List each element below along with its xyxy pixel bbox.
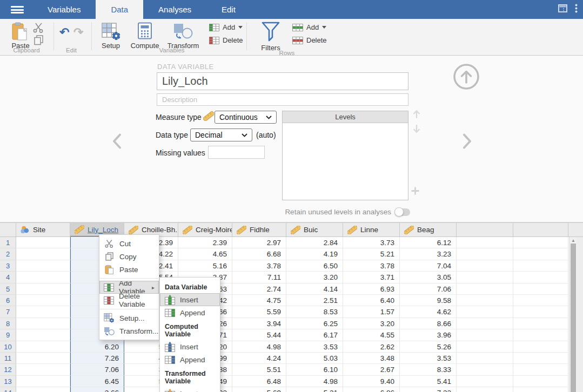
grid-cell[interactable]: 3.71 [343, 272, 400, 283]
row-number[interactable]: 2 [0, 248, 16, 260]
column-header-empty-8[interactable] [457, 223, 513, 236]
row-number[interactable]: 1 [0, 237, 16, 248]
grid-cell[interactable] [457, 295, 513, 306]
grid-cell[interactable] [513, 260, 568, 272]
grid-cell[interactable]: 6.68 [232, 248, 286, 260]
grid-cell[interactable]: 3.23 [400, 248, 457, 260]
column-header-Linne[interactable]: Linne [343, 223, 400, 236]
grid-cell[interactable]: 5.44 [232, 329, 286, 341]
grid-cell[interactable]: 7.06 [70, 364, 124, 375]
grid-cell[interactable]: 5.59 [232, 306, 286, 317]
grid-corner-cell[interactable] [0, 223, 16, 236]
grid-cell[interactable] [457, 376, 513, 387]
missing-values-input[interactable] [208, 146, 265, 159]
grid-cell[interactable] [457, 272, 513, 283]
grid-cell[interactable] [16, 237, 70, 248]
grid-cell[interactable]: 2.62 [343, 341, 400, 353]
row-number[interactable]: 10 [0, 341, 16, 353]
grid-cell[interactable]: 6.93 [343, 283, 400, 295]
grid-cell[interactable]: 6.48 [232, 376, 286, 387]
menu-item-cut[interactable]: Cut [99, 237, 159, 250]
menu-item-setup-[interactable]: Setup... [99, 312, 159, 325]
grid-cell[interactable]: 9.58 [400, 295, 457, 306]
column-header-Buic[interactable]: Buic [286, 223, 343, 236]
row-number[interactable]: 12 [0, 364, 16, 375]
grid-cell[interactable]: 5.69 [232, 387, 286, 392]
grid-cell[interactable] [457, 329, 513, 341]
row-number[interactable]: 8 [0, 318, 16, 329]
grid-cell[interactable] [513, 341, 568, 353]
add-row-button[interactable]: Add [292, 23, 326, 31]
grid-cell[interactable] [513, 364, 568, 375]
grid-cell[interactable]: 9.40 [343, 376, 400, 387]
grid-cell[interactable]: 2.97 [232, 237, 286, 248]
paste-button[interactable] [12, 22, 29, 43]
delete-variable-button[interactable]: Delete [209, 36, 243, 44]
scroll-up-icon[interactable]: ▲ [569, 238, 577, 243]
grid-cell[interactable]: 3.48 [343, 353, 400, 364]
grid-cell[interactable] [457, 364, 513, 375]
menu-item-delete-variable[interactable]: Delete Variable [99, 294, 159, 307]
row-number[interactable]: 5 [0, 283, 16, 295]
grid-cell[interactable] [16, 353, 70, 364]
grid-cell[interactable] [513, 248, 568, 260]
grid-cell[interactable]: 1.57 [343, 306, 400, 317]
add-level-icon[interactable] [411, 186, 420, 198]
tab-data[interactable]: Data [96, 0, 143, 19]
grid-cell[interactable]: 3.05 [400, 272, 457, 283]
grid-cell[interactable]: 7.26 [70, 353, 124, 364]
grid-cell[interactable] [513, 272, 568, 283]
move-level-up-icon[interactable] [412, 110, 421, 121]
grid-cell[interactable] [457, 283, 513, 295]
setup-button[interactable] [102, 23, 121, 43]
grid-cell[interactable] [457, 237, 513, 248]
grid-cell[interactable]: 8.66 [400, 318, 457, 329]
grid-cell[interactable]: 3.78 [343, 260, 400, 272]
grid-cell[interactable] [16, 283, 70, 295]
grid-cell[interactable]: 4.62 [400, 306, 457, 317]
grid-cell[interactable]: 6.12 [400, 237, 457, 248]
grid-cell[interactable]: 3.53 [400, 353, 457, 364]
row-number[interactable]: 6 [0, 295, 16, 306]
variable-name-input[interactable] [157, 72, 408, 90]
next-variable-icon[interactable] [463, 133, 472, 151]
grid-cell[interactable]: 4.24 [232, 353, 286, 364]
grid-cell[interactable]: 6.20 [70, 341, 124, 353]
grid-cell[interactable]: 6.25 [286, 318, 343, 329]
collapse-panel-icon[interactable] [452, 63, 480, 93]
grid-cell[interactable]: 3.20 [343, 318, 400, 329]
grid-cell[interactable] [16, 364, 70, 375]
grid-cell[interactable]: 7.06 [400, 283, 457, 295]
row-number[interactable]: 11 [0, 353, 16, 364]
grid-cell[interactable]: 6.50 [286, 260, 343, 272]
menu-item-transform-[interactable]: Transform... [99, 325, 159, 337]
redo-icon[interactable]: ↷ [73, 25, 83, 39]
variable-description-input[interactable] [157, 93, 408, 106]
grid-cell[interactable] [16, 341, 70, 353]
grid-cell[interactable]: 3.94 [232, 318, 286, 329]
column-header-Fidhle[interactable]: Fidhle [232, 223, 286, 236]
grid-cell[interactable]: 4.55 [343, 329, 400, 341]
grid-cell[interactable]: 2.74 [232, 283, 286, 295]
cut-icon[interactable] [33, 22, 45, 35]
layout-panes-icon[interactable] [558, 4, 567, 15]
grid-cell[interactable]: 2.51 [286, 295, 343, 306]
grid-cell[interactable]: 4.75 [232, 295, 286, 306]
row-number[interactable]: 9 [0, 329, 16, 341]
grid-cell[interactable]: 4.65 [178, 248, 232, 260]
grid-cell[interactable] [16, 387, 70, 392]
retain-levels-toggle[interactable] [396, 208, 410, 216]
grid-cell[interactable]: 6.86 [343, 387, 400, 392]
grid-cell[interactable] [457, 260, 513, 272]
grid-cell[interactable] [457, 387, 513, 392]
delete-row-button[interactable]: Delete [292, 36, 327, 44]
grid-cell[interactable] [513, 306, 568, 317]
grid-cell[interactable]: 7.32 [400, 387, 457, 392]
grid-cell[interactable] [513, 329, 568, 341]
row-number[interactable]: 3 [0, 260, 16, 272]
compute-button[interactable] [137, 22, 152, 42]
grid-cell[interactable] [16, 329, 70, 341]
submenu-item-data-variable-append[interactable]: Append [160, 306, 220, 319]
grid-cell[interactable] [457, 341, 513, 353]
column-header-Beag[interactable]: Beag [400, 223, 457, 236]
